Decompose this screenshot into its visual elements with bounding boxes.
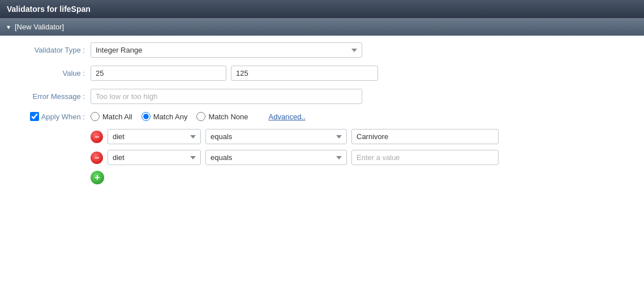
validator-type-select[interactable]: Integer Range [91, 42, 362, 58]
remove-condition-2-button[interactable]: − [91, 152, 103, 164]
remove-condition-1-button[interactable]: − [91, 131, 103, 143]
add-condition-row: + [91, 171, 633, 184]
error-message-label: Error Message : [11, 92, 91, 101]
title-text: Validators for lifeSpan [7, 5, 91, 14]
apply-when-row: Apply When : Match All Match Any Match N… [11, 112, 633, 121]
error-message-input[interactable] [91, 89, 362, 104]
title-bar: Validators for lifeSpan [0, 0, 644, 18]
apply-when-text: Apply When : [41, 113, 85, 121]
match-all-label: Match All [102, 113, 132, 121]
condition-1-value-input[interactable] [351, 129, 499, 144]
value-label: Value : [11, 69, 91, 77]
condition-2-field-select[interactable]: diet [108, 150, 201, 165]
add-condition-button[interactable]: + [91, 171, 104, 184]
validator-type-controls: Integer Range [91, 42, 633, 58]
match-all-radio[interactable] [91, 112, 100, 121]
apply-when-checkbox[interactable] [30, 112, 39, 121]
match-radio-group: Match All Match Any Match None Advanced.… [91, 112, 306, 121]
match-any-label: Match Any [153, 113, 188, 121]
condition-row-1: − diet equals [91, 129, 633, 144]
condition-rows: − diet equals − diet equals + [91, 129, 633, 184]
validator-type-row: Validator Type : Integer Range [11, 42, 633, 58]
value-controls [91, 66, 633, 81]
advanced-link[interactable]: Advanced.. [269, 113, 306, 121]
value-input-1[interactable] [91, 66, 226, 81]
match-any-option[interactable]: Match Any [141, 112, 188, 121]
condition-1-field-select[interactable]: diet [108, 129, 201, 144]
condition-1-operator-select[interactable]: equals [205, 129, 347, 144]
section-header[interactable]: ▾ [New Validator] [0, 18, 644, 36]
match-none-option[interactable]: Match None [196, 112, 248, 121]
match-none-radio[interactable] [196, 112, 205, 121]
condition-2-value-input[interactable] [351, 150, 499, 165]
value-row: Value : [11, 66, 633, 81]
validator-type-label: Validator Type : [11, 46, 91, 54]
collapse-chevron: ▾ [7, 23, 10, 31]
condition-row-2: − diet equals [91, 150, 633, 165]
section-header-label: [New Validator] [15, 23, 64, 31]
form-body: Validator Type : Integer Range Value : E… [0, 36, 644, 201]
condition-2-operator-select[interactable]: equals [205, 150, 347, 165]
value-input-2[interactable] [231, 66, 378, 81]
error-message-controls [91, 89, 633, 104]
error-message-row: Error Message : [11, 89, 633, 104]
apply-when-label-area: Apply When : [11, 112, 91, 121]
match-any-radio[interactable] [141, 112, 151, 121]
match-all-option[interactable]: Match All [91, 112, 132, 121]
match-none-label: Match None [208, 113, 248, 121]
